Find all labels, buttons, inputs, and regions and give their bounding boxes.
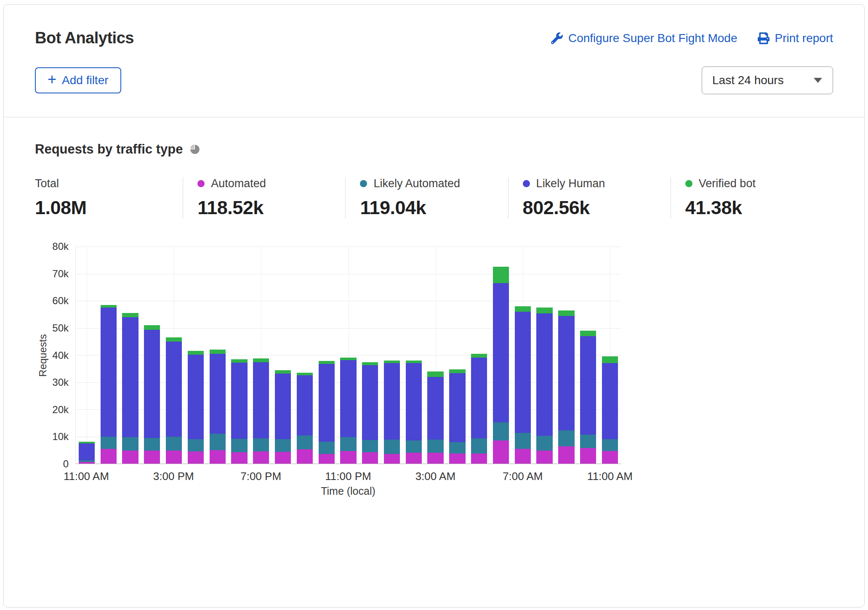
bar-slot xyxy=(272,247,294,464)
bar-segment-likely-automated xyxy=(384,440,400,454)
bar-segment-automated xyxy=(406,453,422,464)
add-filter-button[interactable]: + Add filter xyxy=(35,67,121,93)
bar-segment-likely-human xyxy=(558,316,574,430)
stacked-bar[interactable] xyxy=(558,247,574,464)
stacked-bar[interactable] xyxy=(253,247,269,464)
stat-likely-human-label: Likely Human xyxy=(536,177,605,190)
stacked-bar[interactable] xyxy=(101,247,117,464)
bar-segment-likely-automated xyxy=(602,439,618,451)
x-tick-label: 7:00 PM xyxy=(240,470,281,483)
stat-total-label: Total xyxy=(35,177,59,190)
bar-segment-likely-human xyxy=(536,313,552,435)
stacked-bar[interactable] xyxy=(515,247,531,464)
configure-super-bot-fight-mode-link[interactable]: Configure Super Bot Fight Mode xyxy=(551,32,738,45)
bar-segment-likely-automated xyxy=(493,422,509,440)
bar-slot xyxy=(229,247,250,464)
stacked-bar[interactable] xyxy=(275,247,291,464)
bar-segment-likely-human xyxy=(144,330,160,438)
header-section: Bot Analytics Configure Super Bot Fight … xyxy=(4,5,864,117)
stacked-bar[interactable] xyxy=(536,247,552,464)
bar-segment-automated xyxy=(253,451,269,464)
x-axis-ticks: 11:00 AM3:00 PM7:00 PM11:00 PM3:00 AM7:0… xyxy=(75,464,621,484)
stacked-bar[interactable] xyxy=(231,247,247,464)
y-tick-label: 70k xyxy=(52,268,69,280)
wrench-icon xyxy=(551,32,563,44)
bar-segment-likely-automated xyxy=(144,438,160,451)
bar-slot xyxy=(425,247,447,464)
bar-slot xyxy=(468,247,490,464)
stacked-bar[interactable] xyxy=(79,247,95,464)
bar-slot xyxy=(490,247,512,464)
bar-segment-likely-human xyxy=(515,312,531,433)
bar-segment-verified-bot xyxy=(122,313,138,317)
bar-segment-verified-bot xyxy=(493,267,509,283)
bar-slot xyxy=(76,247,98,464)
y-tick-label: 50k xyxy=(52,322,69,334)
bar-slot xyxy=(447,247,469,464)
bar-segment-likely-human xyxy=(253,362,269,438)
bar-segment-automated xyxy=(602,451,618,464)
x-tick-label: 11:00 AM xyxy=(587,470,633,483)
bar-segment-likely-automated xyxy=(101,437,117,449)
stacked-bar[interactable] xyxy=(471,247,487,464)
stacked-bar[interactable] xyxy=(449,247,465,464)
print-report-link[interactable]: Print report xyxy=(758,32,833,45)
bar-segment-verified-bot xyxy=(166,337,182,342)
bar-segment-automated xyxy=(144,451,160,464)
bar-segment-verified-bot xyxy=(602,356,618,363)
bar-segment-automated xyxy=(536,451,552,464)
bar-segment-likely-human xyxy=(122,317,138,437)
section-title: Requests by traffic type xyxy=(35,142,183,157)
bar-segment-likely-automated xyxy=(558,430,574,447)
bars xyxy=(76,247,621,464)
bar-segment-likely-automated xyxy=(210,434,226,450)
bar-segment-likely-automated xyxy=(536,436,552,451)
bar-slot xyxy=(556,247,578,464)
stacked-bar[interactable] xyxy=(188,247,204,464)
bar-segment-likely-automated xyxy=(406,440,422,453)
bar-segment-automated xyxy=(122,451,138,464)
bar-segment-verified-bot xyxy=(471,354,487,358)
bar-segment-likely-human xyxy=(471,358,487,438)
stacked-bar[interactable] xyxy=(384,247,400,464)
stacked-bar[interactable] xyxy=(122,247,138,464)
bar-segment-likely-human xyxy=(602,363,618,439)
stacked-bar[interactable] xyxy=(493,247,509,464)
stacked-bar[interactable] xyxy=(427,247,443,464)
stacked-bar[interactable] xyxy=(297,247,313,464)
legend-dot-likely-human xyxy=(523,180,530,187)
bar-slot xyxy=(512,247,534,464)
stacked-bar[interactable] xyxy=(406,247,422,464)
stacked-bar[interactable] xyxy=(166,247,182,464)
bar-slot xyxy=(359,247,381,464)
bar-segment-automated xyxy=(449,454,465,464)
bar-slot xyxy=(120,247,141,464)
stacked-bar[interactable] xyxy=(144,247,160,464)
bar-segment-verified-bot xyxy=(536,308,552,313)
x-axis-title: Time (local) xyxy=(75,485,621,497)
stacked-bar[interactable] xyxy=(362,247,378,464)
time-range-select[interactable]: Last 24 hours xyxy=(702,66,833,94)
bar-slot xyxy=(294,247,316,464)
x-tick-label: 7:00 AM xyxy=(503,470,543,483)
stacked-bar[interactable] xyxy=(602,247,618,464)
bar-segment-automated xyxy=(210,450,226,464)
bar-segment-likely-human xyxy=(580,336,596,435)
x-tick-label: 3:00 AM xyxy=(415,470,455,483)
y-tick-label: 30k xyxy=(52,377,69,388)
bar-slot xyxy=(577,247,599,464)
bar-segment-likely-human xyxy=(493,283,509,422)
x-tick-label: 3:00 PM xyxy=(153,470,194,483)
bar-segment-likely-automated xyxy=(427,440,443,453)
stat-total: Total 1.08M xyxy=(35,177,183,219)
stat-verified-bot-value: 41.38k xyxy=(685,197,833,219)
header-actions: Configure Super Bot Fight Mode Print rep… xyxy=(551,29,833,45)
stat-likely-automated-label: Likely Automated xyxy=(373,177,460,190)
bar-segment-likely-automated xyxy=(449,442,465,454)
bar-segment-verified-bot xyxy=(253,358,269,362)
stacked-bar[interactable] xyxy=(319,247,335,464)
stacked-bar[interactable] xyxy=(210,247,226,464)
bar-segment-likely-human xyxy=(231,363,247,439)
stacked-bar[interactable] xyxy=(340,247,356,464)
stacked-bar[interactable] xyxy=(580,247,596,464)
